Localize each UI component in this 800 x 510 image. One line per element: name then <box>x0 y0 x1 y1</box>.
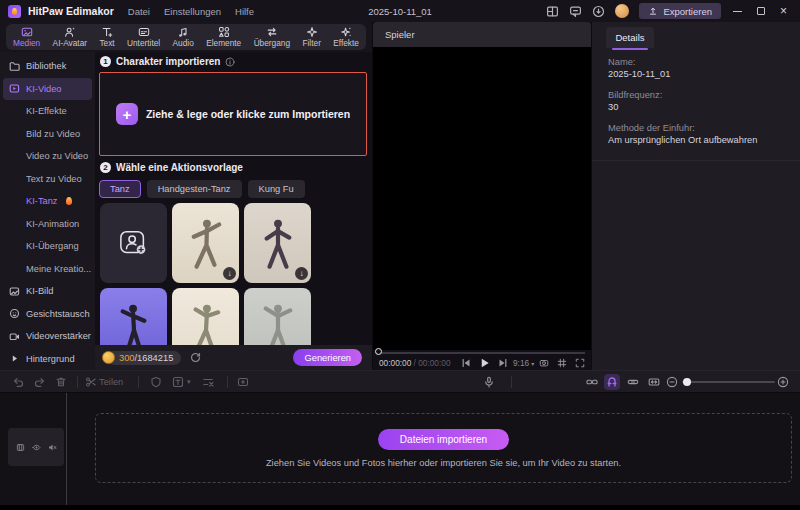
tab-medien[interactable]: Medien <box>13 26 40 48</box>
tab-uebergang[interactable]: Übergang <box>254 26 290 48</box>
tab-text[interactable]: Text <box>99 26 114 48</box>
add-to-track-icon[interactable] <box>237 376 249 388</box>
sidebar-item-ki-video[interactable]: KI-Video <box>3 78 92 101</box>
dance-template-card[interactable]: ↓ <box>100 288 167 345</box>
zoom-out-icon[interactable] <box>666 376 678 388</box>
sidebar-item-video-zu-video[interactable]: Video zu Video <box>0 145 95 168</box>
tab-audio[interactable]: Audio <box>173 26 194 48</box>
minimize-button[interactable] <box>731 5 744 18</box>
crop-icon[interactable] <box>557 358 567 368</box>
bottom-strip <box>0 505 800 510</box>
expand-arrow-icon <box>9 353 20 364</box>
info-icon[interactable] <box>225 57 235 67</box>
playhead[interactable] <box>66 393 67 505</box>
generate-button[interactable]: Generieren <box>293 349 362 366</box>
chip-kung-fu[interactable]: Kung Fu <box>248 180 305 198</box>
tab-details[interactable]: Details <box>606 27 654 48</box>
tab-ai-avatar[interactable]: AI-Avatar <box>53 26 87 48</box>
next-frame-icon[interactable] <box>498 358 508 368</box>
delete-icon[interactable] <box>55 376 67 388</box>
download-badge-icon[interactable]: ↓ <box>223 267 236 280</box>
marker-badge-icon[interactable] <box>150 376 162 388</box>
zoom-in-icon[interactable] <box>777 376 789 388</box>
player-title: Spieler <box>373 22 591 47</box>
video-enhancer-icon <box>9 331 20 342</box>
play-icon[interactable] <box>479 358 490 369</box>
dance-template-card[interactable]: ↓ <box>244 288 311 345</box>
mute-icon[interactable] <box>48 443 57 452</box>
sidebar-item-text-zu-video[interactable]: Text zu Video <box>0 168 95 191</box>
fit-timeline-icon[interactable] <box>648 376 660 388</box>
maximize-button[interactable] <box>754 5 767 18</box>
timeline[interactable]: Dateien importieren Ziehen Sie Videos un… <box>0 393 800 505</box>
sidebar-item-gesichtstausch[interactable]: Gesichtstausch <box>0 303 95 326</box>
layout-panels-icon[interactable] <box>546 5 559 18</box>
timeline-zoom-slider[interactable] <box>682 381 775 383</box>
redo-icon[interactable] <box>34 376 46 388</box>
chip-tanz[interactable]: Tanz <box>99 180 141 198</box>
time-display: 00:00:00 / 00:00:00 <box>379 358 451 368</box>
video-preview[interactable] <box>373 47 591 350</box>
split-scissors-icon[interactable] <box>85 376 97 388</box>
add-character-card[interactable] <box>100 203 167 283</box>
avatar-icon <box>64 26 76 38</box>
text-icon <box>101 26 113 38</box>
link-clips-icon[interactable] <box>586 376 598 388</box>
split-label[interactable]: Teilen <box>99 377 123 387</box>
credits-balance: 300/1684215 <box>107 351 181 365</box>
refresh-icon[interactable] <box>190 352 201 363</box>
playback-scrubber[interactable] <box>377 352 585 354</box>
timeline-dropzone[interactable]: Dateien importieren Ziehen Sie Videos un… <box>95 413 792 483</box>
plus-icon: + <box>116 103 138 125</box>
feedback-icon[interactable] <box>569 5 582 18</box>
sidebar-item-bibliothek[interactable]: Bibliothek <box>0 55 95 78</box>
chip-handgesten-tanz[interactable]: Handgesten-Tanz <box>147 180 242 198</box>
character-import-dropzone[interactable]: + Ziehe & lege oder klicke zum Importier… <box>99 72 367 156</box>
smart-cut-icon[interactable] <box>202 376 214 388</box>
user-avatar[interactable] <box>615 4 629 18</box>
download-icon[interactable] <box>592 5 605 18</box>
previous-frame-icon[interactable] <box>461 358 471 368</box>
track-type-icon[interactable] <box>16 443 25 452</box>
import-files-button[interactable]: Dateien importieren <box>378 429 509 450</box>
app-window: HitPaw Edimakor Datei Einstellungen Hilf… <box>0 0 800 510</box>
sidebar-item-videoverstaerker[interactable]: Videoverstärker <box>0 325 95 348</box>
sidebar-item-ki-animation[interactable]: KI-Animation <box>0 213 95 236</box>
zoom-slider-knob[interactable] <box>683 378 691 386</box>
menu-einstellungen[interactable]: Einstellungen <box>164 6 221 17</box>
dancer-figure <box>187 217 225 277</box>
template-category-chips: Tanz Handgesten-Tanz Kung Fu <box>99 180 305 198</box>
magnet-snap-icon[interactable] <box>606 376 618 388</box>
text-tool-icon[interactable] <box>172 376 184 388</box>
visibility-eye-icon[interactable] <box>32 443 41 452</box>
aspect-ratio-select[interactable]: 9:16▾ <box>513 358 534 368</box>
microphone-icon[interactable] <box>483 376 495 388</box>
step1-header: 1 Charakter importieren <box>100 56 235 67</box>
media-icon <box>21 26 33 38</box>
unlink-icon[interactable] <box>627 376 639 388</box>
sidebar-item-bild-zu-video[interactable]: Bild zu Video <box>0 123 95 146</box>
fullscreen-icon[interactable] <box>575 358 585 368</box>
export-button[interactable]: Exportieren <box>639 3 721 19</box>
sidebar-item-meine-kreationen[interactable]: Meine Kreatio... <box>0 258 95 281</box>
tab-filter[interactable]: Filter <box>302 26 320 48</box>
download-badge-icon[interactable]: ↓ <box>295 267 308 280</box>
snapshot-icon[interactable] <box>539 358 549 368</box>
dance-template-card[interactable]: ↓ <box>172 203 239 283</box>
sidebar-item-ki-tanz[interactable]: KI-Tanz <box>0 190 95 213</box>
menu-hilfe[interactable]: Hilfe <box>235 6 254 17</box>
undo-icon[interactable] <box>12 376 24 388</box>
sidebar-item-ki-effekte[interactable]: KI-Effekte <box>0 100 95 123</box>
dance-template-card[interactable]: ↓ <box>244 203 311 283</box>
tab-effekte[interactable]: Effekte <box>333 26 359 48</box>
dance-template-card[interactable]: ↓ <box>172 288 239 345</box>
track-header <box>8 428 64 466</box>
scrubber-knob[interactable] <box>375 348 382 355</box>
sidebar-item-ki-uebergang[interactable]: KI-Übergang <box>0 235 95 258</box>
tab-untertitel[interactable]: Untertitel <box>127 26 160 48</box>
sidebar-item-hintergrund[interactable]: Hintergrund <box>0 348 95 371</box>
menu-datei[interactable]: Datei <box>128 6 150 17</box>
sidebar-item-ki-bild[interactable]: KI-Bild <box>0 280 95 303</box>
close-button[interactable]: × <box>777 5 790 18</box>
tab-elemente[interactable]: Elemente <box>206 26 241 48</box>
